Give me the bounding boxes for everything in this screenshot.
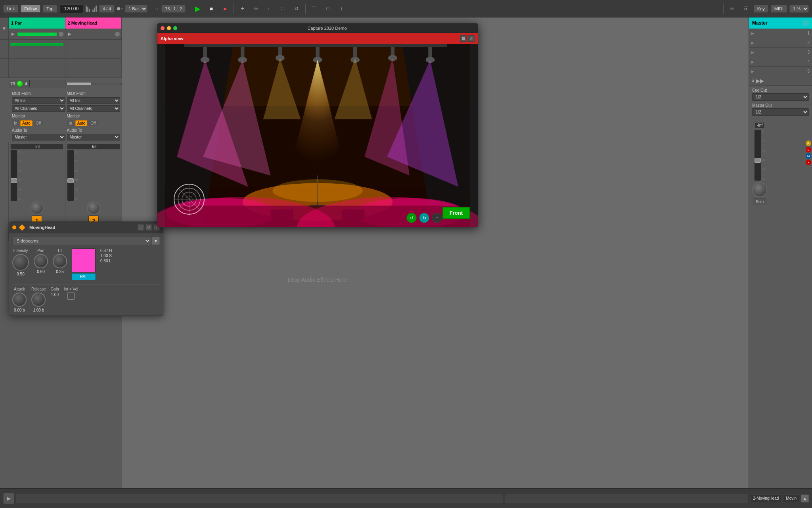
track-2-name[interactable]: 2 MovingHead [65, 17, 122, 29]
follow-button[interactable]: Follow [21, 5, 40, 13]
master-fader-track[interactable] [754, 129, 761, 181]
ch2-meter-scale: 0 12 24 36 48 60 [75, 150, 78, 201]
plugin-preset-select[interactable]: Sidebeams [12, 237, 151, 245]
master-out-select[interactable]: 1/2 [752, 108, 809, 116]
track-1-dial[interactable] [17, 81, 23, 87]
plugin-minimize[interactable]: _ [138, 224, 144, 231]
track-1-monitor-off[interactable]: Off [34, 120, 43, 126]
track-2-monitor-off[interactable]: Off [88, 120, 98, 126]
attack-dial[interactable] [12, 292, 27, 307]
track-2-audio-to-select[interactable]: Master [67, 134, 121, 140]
track-1-midi-channel[interactable]: All Channels [12, 105, 65, 112]
intensity-label: Intensity [13, 248, 28, 253]
ch1-fader-knob[interactable] [11, 178, 17, 183]
pan-dial[interactable] [34, 254, 48, 268]
tilt-val: 0.25 [56, 269, 63, 274]
track-2-slider[interactable] [67, 83, 91, 85]
intensity-dial[interactable] [12, 254, 29, 271]
cue-out-select[interactable]: 1/2 [752, 93, 809, 101]
viz-icon-3[interactable]: ≡ [432, 213, 442, 223]
arrow-left-icon[interactable]: ← [264, 3, 275, 14]
master-clip-4[interactable]: ▶ 4 [749, 57, 812, 67]
hamburger-menu[interactable] [800, 17, 811, 29]
indicator-x: × [806, 160, 811, 165]
link-button[interactable]: Link [3, 5, 18, 13]
ch2-pan-dial[interactable] [87, 201, 100, 215]
add-button[interactable]: + [237, 3, 248, 14]
curve2-button[interactable]: □ [322, 3, 333, 14]
grid-button[interactable]: ⠿ [740, 3, 751, 14]
viz-icon-1[interactable]: ↺ [406, 213, 417, 223]
midi-button[interactable]: MIDI [771, 5, 787, 13]
time-sig-display[interactable]: 4 / 4 [99, 5, 115, 13]
stop-button[interactable]: ■ [206, 3, 217, 14]
track-2-controls: ▶ [65, 29, 122, 39]
track-1-play[interactable]: ▶ [10, 31, 16, 37]
plugin-window: 🔶 MovingHead _ ↺ × Sidebeams ▼ Intensity… [9, 221, 163, 316]
ch2-fader-knob[interactable] [67, 178, 74, 183]
bottom-play-btn[interactable]: ▶ [3, 493, 14, 504]
master-clip-2[interactable]: ▶ 2 [749, 38, 812, 48]
pencil-button[interactable]: ✏ [251, 3, 262, 14]
scroll-up-btn[interactable]: ▲ [801, 495, 809, 502]
pencil2-button[interactable]: ✏ [727, 3, 738, 14]
track-1-name[interactable]: 1 Par [9, 17, 65, 29]
track-2-monitor-auto[interactable]: Auto [75, 120, 88, 126]
ch2-fader-track[interactable] [67, 150, 74, 201]
curve1-button[interactable]: ⌒ [309, 3, 320, 14]
tl-yellow[interactable] [167, 26, 171, 30]
s-value: 1.00 S [100, 254, 112, 258]
master-solo-btn[interactable]: Solo [753, 198, 766, 205]
clip-cell-3-2[interactable] [65, 59, 122, 68]
tl-green[interactable] [173, 26, 177, 30]
tap-button[interactable]: Tap [43, 5, 57, 13]
tempo-display[interactable]: 120.00 [59, 4, 83, 13]
tilt-dial[interactable] [53, 254, 67, 268]
ch1-fader-track[interactable] [10, 150, 17, 201]
clip-cell-2-1[interactable] [9, 49, 65, 58]
play-button[interactable]: ▶ [192, 3, 203, 14]
hsl-button[interactable]: HSL [72, 273, 96, 280]
track-1-midi-source[interactable]: All Ins [12, 97, 65, 104]
plugin-refresh[interactable]: ↺ [146, 224, 152, 231]
bar-select[interactable]: 1 Bar [125, 5, 147, 13]
clip-cell-4-2[interactable] [65, 68, 122, 77]
collapse-icon[interactable]: ▼ [2, 26, 7, 31]
clip-cell-3-1[interactable] [9, 59, 65, 68]
clip-cell-4-1[interactable] [9, 68, 65, 77]
int-vel-checkbox[interactable] [67, 292, 75, 300]
master-clip-1[interactable]: ▶ 1 [749, 29, 812, 38]
viz-ctrl-2[interactable]: ⤢ [468, 35, 475, 42]
record-button[interactable]: ● [219, 3, 230, 14]
master-clip-3[interactable]: ▶ 3 [749, 48, 812, 57]
track-1-monitor-in[interactable]: In [12, 120, 19, 126]
clip-cell-1-2[interactable] [65, 40, 122, 49]
ch1-pan-dial[interactable] [30, 201, 44, 215]
loop-button[interactable]: ↺ [291, 3, 302, 14]
tl-red[interactable] [161, 26, 165, 30]
master-pan-dial[interactable] [752, 182, 767, 197]
clip-cell-1-1[interactable] [9, 40, 65, 49]
loop-selector[interactable] [117, 7, 123, 10]
track-2-midi-source[interactable]: All Ins [67, 97, 121, 104]
zoom-select[interactable]: 1 % [789, 5, 809, 13]
viz-icon-2[interactable]: ↻ [419, 213, 429, 223]
color-swatch[interactable] [72, 248, 96, 272]
track-2-monitor-in[interactable]: In [67, 120, 74, 126]
fullscreen-button[interactable]: ⛶ [278, 3, 289, 14]
track-2-header: 2 MovingHead ▶ [65, 17, 122, 39]
curve3-button[interactable]: ⌇ [336, 3, 347, 14]
release-dial[interactable] [31, 292, 46, 307]
track-1-audio-to-select[interactable]: Master [12, 134, 65, 140]
front-button[interactable]: Front [442, 207, 470, 219]
viz-ctrl-1[interactable]: ⊞ [460, 35, 467, 42]
bottom-track-label: 2-MovingHead [750, 495, 781, 502]
track-2-midi-channel[interactable]: All Channels [67, 105, 121, 112]
master-play-all-icon[interactable]: ▶▶ [756, 78, 764, 84]
key-button[interactable]: Key [754, 5, 768, 13]
master-clip-5[interactable]: ▶ 5 [749, 67, 812, 76]
clip-cell-2-2[interactable] [65, 49, 122, 58]
track-1-monitor-auto[interactable]: Auto [20, 120, 33, 126]
track-2-play[interactable]: ▶ [67, 31, 73, 37]
master-fader-knob[interactable] [755, 158, 761, 163]
